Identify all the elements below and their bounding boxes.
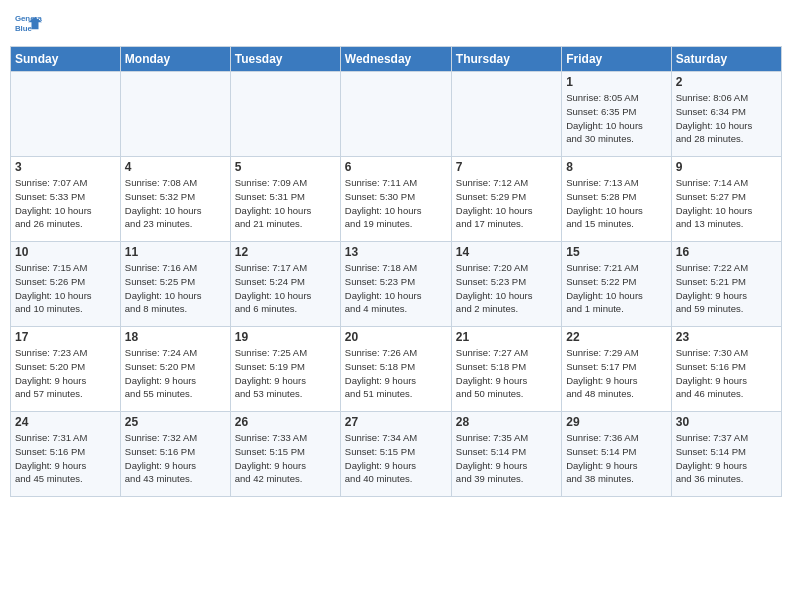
day-number: 14 — [456, 245, 557, 259]
calendar-cell: 11Sunrise: 7:16 AM Sunset: 5:25 PM Dayli… — [120, 242, 230, 327]
day-number: 8 — [566, 160, 666, 174]
calendar-header: SundayMondayTuesdayWednesdayThursdayFrid… — [11, 47, 782, 72]
calendar-week-1: 1Sunrise: 8:05 AM Sunset: 6:35 PM Daylig… — [11, 72, 782, 157]
day-number: 30 — [676, 415, 777, 429]
day-info: Sunrise: 7:09 AM Sunset: 5:31 PM Dayligh… — [235, 176, 336, 231]
calendar-cell: 16Sunrise: 7:22 AM Sunset: 5:21 PM Dayli… — [671, 242, 781, 327]
calendar-cell: 28Sunrise: 7:35 AM Sunset: 5:14 PM Dayli… — [451, 412, 561, 497]
day-number: 1 — [566, 75, 666, 89]
weekday-tuesday: Tuesday — [230, 47, 340, 72]
calendar-cell: 1Sunrise: 8:05 AM Sunset: 6:35 PM Daylig… — [562, 72, 671, 157]
calendar-cell: 17Sunrise: 7:23 AM Sunset: 5:20 PM Dayli… — [11, 327, 121, 412]
calendar-cell: 14Sunrise: 7:20 AM Sunset: 5:23 PM Dayli… — [451, 242, 561, 327]
calendar-cell: 15Sunrise: 7:21 AM Sunset: 5:22 PM Dayli… — [562, 242, 671, 327]
calendar-cell: 20Sunrise: 7:26 AM Sunset: 5:18 PM Dayli… — [340, 327, 451, 412]
calendar-cell: 13Sunrise: 7:18 AM Sunset: 5:23 PM Dayli… — [340, 242, 451, 327]
calendar-cell: 10Sunrise: 7:15 AM Sunset: 5:26 PM Dayli… — [11, 242, 121, 327]
day-info: Sunrise: 7:20 AM Sunset: 5:23 PM Dayligh… — [456, 261, 557, 316]
calendar-cell: 5Sunrise: 7:09 AM Sunset: 5:31 PM Daylig… — [230, 157, 340, 242]
calendar-cell: 9Sunrise: 7:14 AM Sunset: 5:27 PM Daylig… — [671, 157, 781, 242]
day-info: Sunrise: 7:21 AM Sunset: 5:22 PM Dayligh… — [566, 261, 666, 316]
day-number: 13 — [345, 245, 447, 259]
day-number: 24 — [15, 415, 116, 429]
day-info: Sunrise: 7:14 AM Sunset: 5:27 PM Dayligh… — [676, 176, 777, 231]
day-info: Sunrise: 7:11 AM Sunset: 5:30 PM Dayligh… — [345, 176, 447, 231]
day-number: 20 — [345, 330, 447, 344]
day-number: 4 — [125, 160, 226, 174]
day-number: 26 — [235, 415, 336, 429]
calendar-cell: 23Sunrise: 7:30 AM Sunset: 5:16 PM Dayli… — [671, 327, 781, 412]
day-number: 27 — [345, 415, 447, 429]
day-info: Sunrise: 8:06 AM Sunset: 6:34 PM Dayligh… — [676, 91, 777, 146]
day-info: Sunrise: 7:22 AM Sunset: 5:21 PM Dayligh… — [676, 261, 777, 316]
calendar-cell: 26Sunrise: 7:33 AM Sunset: 5:15 PM Dayli… — [230, 412, 340, 497]
day-number: 2 — [676, 75, 777, 89]
day-info: Sunrise: 7:26 AM Sunset: 5:18 PM Dayligh… — [345, 346, 447, 401]
day-number: 17 — [15, 330, 116, 344]
day-number: 15 — [566, 245, 666, 259]
day-info: Sunrise: 7:32 AM Sunset: 5:16 PM Dayligh… — [125, 431, 226, 486]
calendar-cell: 7Sunrise: 7:12 AM Sunset: 5:29 PM Daylig… — [451, 157, 561, 242]
calendar-table: SundayMondayTuesdayWednesdayThursdayFrid… — [10, 46, 782, 497]
svg-text:Blue: Blue — [15, 24, 33, 33]
calendar-cell: 3Sunrise: 7:07 AM Sunset: 5:33 PM Daylig… — [11, 157, 121, 242]
day-number: 5 — [235, 160, 336, 174]
calendar-week-4: 17Sunrise: 7:23 AM Sunset: 5:20 PM Dayli… — [11, 327, 782, 412]
day-info: Sunrise: 7:31 AM Sunset: 5:16 PM Dayligh… — [15, 431, 116, 486]
day-number: 19 — [235, 330, 336, 344]
weekday-wednesday: Wednesday — [340, 47, 451, 72]
calendar-cell — [230, 72, 340, 157]
weekday-saturday: Saturday — [671, 47, 781, 72]
day-number: 10 — [15, 245, 116, 259]
day-info: Sunrise: 7:30 AM Sunset: 5:16 PM Dayligh… — [676, 346, 777, 401]
calendar-cell — [451, 72, 561, 157]
day-info: Sunrise: 7:37 AM Sunset: 5:14 PM Dayligh… — [676, 431, 777, 486]
day-info: Sunrise: 7:08 AM Sunset: 5:32 PM Dayligh… — [125, 176, 226, 231]
day-info: Sunrise: 7:23 AM Sunset: 5:20 PM Dayligh… — [15, 346, 116, 401]
calendar-cell: 30Sunrise: 7:37 AM Sunset: 5:14 PM Dayli… — [671, 412, 781, 497]
day-info: Sunrise: 7:24 AM Sunset: 5:20 PM Dayligh… — [125, 346, 226, 401]
day-info: Sunrise: 7:07 AM Sunset: 5:33 PM Dayligh… — [15, 176, 116, 231]
weekday-header-row: SundayMondayTuesdayWednesdayThursdayFrid… — [11, 47, 782, 72]
day-info: Sunrise: 7:12 AM Sunset: 5:29 PM Dayligh… — [456, 176, 557, 231]
calendar-cell: 8Sunrise: 7:13 AM Sunset: 5:28 PM Daylig… — [562, 157, 671, 242]
day-info: Sunrise: 7:29 AM Sunset: 5:17 PM Dayligh… — [566, 346, 666, 401]
logo-icon: General Blue — [14, 10, 42, 38]
calendar-cell: 18Sunrise: 7:24 AM Sunset: 5:20 PM Dayli… — [120, 327, 230, 412]
day-info: Sunrise: 7:34 AM Sunset: 5:15 PM Dayligh… — [345, 431, 447, 486]
calendar-week-3: 10Sunrise: 7:15 AM Sunset: 5:26 PM Dayli… — [11, 242, 782, 327]
calendar-cell: 6Sunrise: 7:11 AM Sunset: 5:30 PM Daylig… — [340, 157, 451, 242]
weekday-thursday: Thursday — [451, 47, 561, 72]
day-number: 11 — [125, 245, 226, 259]
weekday-sunday: Sunday — [11, 47, 121, 72]
calendar-cell: 2Sunrise: 8:06 AM Sunset: 6:34 PM Daylig… — [671, 72, 781, 157]
day-number: 23 — [676, 330, 777, 344]
calendar-week-2: 3Sunrise: 7:07 AM Sunset: 5:33 PM Daylig… — [11, 157, 782, 242]
day-number: 21 — [456, 330, 557, 344]
day-number: 18 — [125, 330, 226, 344]
calendar-cell: 29Sunrise: 7:36 AM Sunset: 5:14 PM Dayli… — [562, 412, 671, 497]
day-number: 28 — [456, 415, 557, 429]
calendar-cell — [120, 72, 230, 157]
day-number: 12 — [235, 245, 336, 259]
calendar-cell — [11, 72, 121, 157]
calendar-cell: 19Sunrise: 7:25 AM Sunset: 5:19 PM Dayli… — [230, 327, 340, 412]
calendar-cell: 21Sunrise: 7:27 AM Sunset: 5:18 PM Dayli… — [451, 327, 561, 412]
day-info: Sunrise: 8:05 AM Sunset: 6:35 PM Dayligh… — [566, 91, 666, 146]
calendar-cell: 24Sunrise: 7:31 AM Sunset: 5:16 PM Dayli… — [11, 412, 121, 497]
day-info: Sunrise: 7:33 AM Sunset: 5:15 PM Dayligh… — [235, 431, 336, 486]
logo: General Blue — [14, 10, 46, 38]
day-number: 6 — [345, 160, 447, 174]
calendar-cell: 4Sunrise: 7:08 AM Sunset: 5:32 PM Daylig… — [120, 157, 230, 242]
calendar-cell: 25Sunrise: 7:32 AM Sunset: 5:16 PM Dayli… — [120, 412, 230, 497]
day-number: 3 — [15, 160, 116, 174]
day-info: Sunrise: 7:16 AM Sunset: 5:25 PM Dayligh… — [125, 261, 226, 316]
day-number: 7 — [456, 160, 557, 174]
day-number: 22 — [566, 330, 666, 344]
day-number: 16 — [676, 245, 777, 259]
day-info: Sunrise: 7:13 AM Sunset: 5:28 PM Dayligh… — [566, 176, 666, 231]
calendar-body: 1Sunrise: 8:05 AM Sunset: 6:35 PM Daylig… — [11, 72, 782, 497]
weekday-friday: Friday — [562, 47, 671, 72]
page-header: General Blue — [10, 10, 782, 38]
day-info: Sunrise: 7:18 AM Sunset: 5:23 PM Dayligh… — [345, 261, 447, 316]
